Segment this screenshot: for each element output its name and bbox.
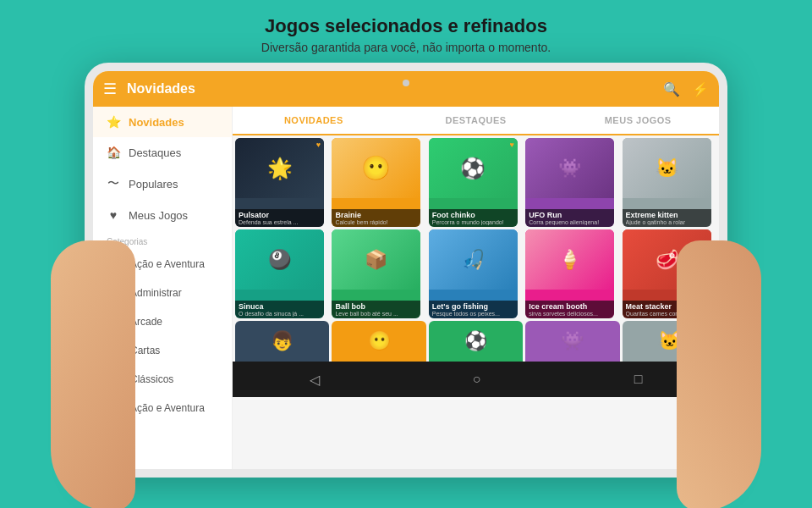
game-card-uforun[interactable]: 👾 UFO Run Corra pequeno alienígena! <box>525 138 614 227</box>
populares-icon: 〜 <box>107 176 120 191</box>
top-bar: ☰ Novidades 🔍 ⚡ <box>93 71 719 107</box>
topbar-icons: 🔍 ⚡ <box>663 81 709 97</box>
game-card-sinuca[interactable]: 🎱 Sinuca O desafio da sinuca já ... <box>235 229 324 318</box>
game-desc-letsgofishing: Pesque todos os peixes... <box>432 311 514 317</box>
hand-right <box>677 240 761 508</box>
game-card-footchinko[interactable]: ⚽ Foot chinko Percorra o mundo jogando! … <box>429 138 518 227</box>
game-title-uforun: UFO Run <box>529 211 611 219</box>
game-desc-footchinko: Percorra o mundo jogando! <box>432 219 514 225</box>
cat-label-acao1: Ação e Aventura <box>130 258 205 270</box>
game-card-ballbob[interactable]: 📦 Ball bob Leve ball bob até seu ... <box>332 229 420 318</box>
hero-text-block: Jogos selecionados e refinados Diversão … <box>261 0 551 63</box>
search-icon[interactable]: 🔍 <box>663 81 680 97</box>
novidades-icon: ⭐ <box>107 115 120 129</box>
game-desc-brainie: Calcule bem rápido! <box>335 219 417 225</box>
cat-label-acao2: Ação e Aventura <box>130 402 205 414</box>
flash-icon[interactable]: ⚡ <box>692 81 709 97</box>
sidebar-item-destaques[interactable]: 🏠 Destaques <box>93 137 232 168</box>
tabs-bar: NOVIDADES DESTAQUES MEUS JOGOS <box>233 107 719 135</box>
meusjogos-icon: ♥ <box>107 208 120 222</box>
game-desc-pulsator: Defenda sua estrela ... <box>239 219 321 225</box>
sidebar-item-meusjogos[interactable]: ♥ Meus Jogos <box>93 200 232 230</box>
game-title-sinuca: Sinuca <box>239 302 321 311</box>
game-desc-uforun: Corra pequeno alienígena! <box>529 219 611 225</box>
tablet-camera <box>403 80 409 86</box>
game-desc-extreme: Ajude o gatinho a rolar <box>626 219 708 225</box>
tab-novidades[interactable]: NOVIDADES <box>233 107 395 135</box>
sidebar-novidades-label: Novidades <box>129 116 184 129</box>
game-card-pulsator[interactable]: 🌟 Pulsator Defenda sua estrela ... ♥ <box>235 138 324 227</box>
game-card-extremekitten[interactable]: 🐱 Extreme kitten Ajude o gatinho a rolar <box>623 138 711 227</box>
partial-card-2: 😶 <box>332 321 425 362</box>
game-title-brainie: Brainie <box>335 211 417 219</box>
sidebar-item-populares[interactable]: 〜 Populares <box>93 168 232 200</box>
destaques-icon: 🏠 <box>107 146 120 159</box>
game-title-letsgofishing: Let's go fishing <box>432 302 514 311</box>
hero-subtitle: Diversão garantida para você, não import… <box>261 41 551 54</box>
sidebar-destaques-label: Destaques <box>129 146 181 159</box>
game-title-icecream: Ice cream booth <box>529 302 611 311</box>
cat-label-admin: Administrar <box>130 287 182 299</box>
games-grid: 🌟 Pulsator Defenda sua estrela ... ♥ 😶 B… <box>233 135 719 321</box>
game-title-ballbob: Ball bob <box>335 302 417 311</box>
menu-icon[interactable]: ☰ <box>103 80 117 98</box>
sidebar-meusjogos-label: Meus Jogos <box>129 209 188 222</box>
bottom-nav: ◁ ○ □ <box>233 362 719 397</box>
heart-footchinko: ♥ <box>509 141 513 149</box>
game-title-footchinko: Foot chinko <box>432 211 514 219</box>
game-title-pulsator: Pulsator <box>239 211 321 219</box>
partial-card-4: 👾 <box>525 321 619 362</box>
game-card-icecreambooth[interactable]: 🍦 Ice cream booth sirva sorvetes delicio… <box>525 229 614 318</box>
main-layout: ⭐ Novidades 🏠 Destaques 〜 Populares ♥ Me… <box>93 107 719 469</box>
sidebar-populares-label: Populares <box>129 178 178 190</box>
back-button[interactable]: ◁ <box>310 372 320 388</box>
home-button[interactable]: ○ <box>473 372 481 387</box>
heart-pulsator: ♥ <box>316 141 321 149</box>
game-card-letsgofishing[interactable]: 🎣 Let's go fishing Pesque todos os peixe… <box>429 229 518 318</box>
partial-card-3: ⚽ <box>429 321 523 362</box>
hero-title: Jogos selecionados e refinados <box>261 15 551 37</box>
tablet-screen: ☰ Novidades 🔍 ⚡ ⭐ Novidades 🏠 <box>93 71 719 469</box>
topbar-title: Novidades <box>127 81 663 97</box>
sidebar-item-novidades[interactable]: ⭐ Novidades <box>93 107 232 137</box>
partial-games-row: 👦 😶 ⚽ 👾 🐱 <box>233 321 719 362</box>
partial-card-1: 👦 <box>235 321 329 362</box>
content-area: NOVIDADES DESTAQUES MEUS JOGOS 🌟 Pulsato… <box>233 107 719 469</box>
hand-left <box>51 240 135 508</box>
game-title-extreme: Extreme kitten <box>626 211 708 219</box>
tab-meusjogos[interactable]: MEUS JOGOS <box>557 107 719 134</box>
tablet: ☰ Novidades 🔍 ⚡ ⭐ Novidades 🏠 <box>85 63 727 478</box>
game-desc-sinuca: O desafio da sinuca já ... <box>239 311 321 317</box>
game-desc-icecream: sirva sorvetes deliciosos... <box>529 311 611 317</box>
recents-button[interactable]: □ <box>634 372 643 387</box>
cat-label-classicos: Clássicos <box>130 373 173 385</box>
tab-destaques[interactable]: DESTAQUES <box>395 107 557 134</box>
game-card-brainie[interactable]: 😶 Brainie Calcule bem rápido! <box>332 138 420 227</box>
game-desc-ballbob: Leve ball bob até seu ... <box>335 311 417 317</box>
